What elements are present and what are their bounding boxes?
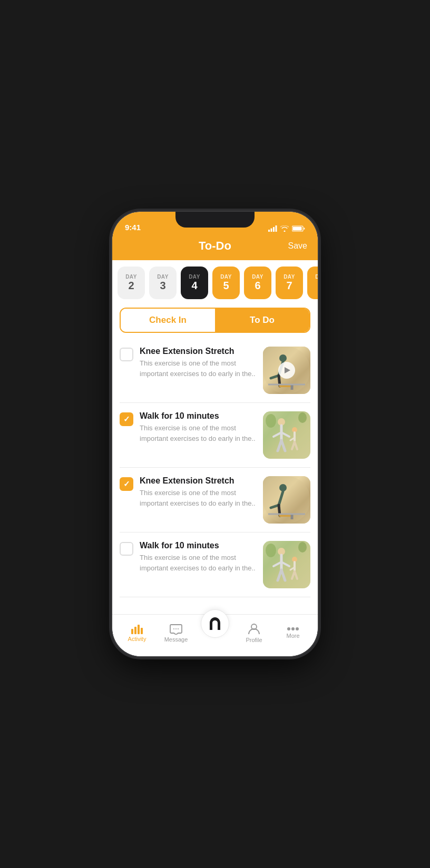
checkbox-wrap-3[interactable]: ✓ [120, 477, 133, 491]
thumb-image-2 [263, 411, 310, 459]
checkbox-3[interactable]: ✓ [120, 477, 133, 491]
svg-point-54 [173, 628, 174, 629]
checkbox-1[interactable] [120, 348, 133, 361]
home-logo-icon [208, 616, 222, 631]
exercise-item-3: ✓ Knee Extension Stretch This exercise i… [120, 468, 310, 532]
phone-screen: 9:41 [112, 212, 318, 656]
day-item-5[interactable]: DAY 5 [212, 267, 240, 299]
battery-icon [292, 225, 305, 232]
checkbox-4[interactable] [120, 542, 133, 556]
exercise-title-3: Knee Extension Stretch [140, 476, 257, 486]
exercise-thumb-3[interactable] [263, 476, 310, 524]
page-title: To-Do [144, 239, 286, 253]
bottom-nav: Activity Message [112, 614, 318, 656]
day-item-6[interactable]: DAY 6 [244, 267, 271, 299]
svg-point-26 [266, 414, 276, 428]
svg-rect-53 [141, 628, 143, 634]
svg-point-56 [178, 628, 179, 629]
nav-profile-label: Profile [246, 637, 262, 643]
nav-more-label: More [286, 633, 299, 639]
svg-rect-0 [268, 230, 270, 232]
svg-rect-52 [138, 625, 140, 634]
nav-activity-label: Activity [128, 636, 146, 642]
day-item-8[interactable]: DAY 8 [307, 267, 318, 299]
svg-point-58 [287, 627, 290, 630]
tab-todo[interactable]: To Do [215, 309, 309, 332]
checkbox-wrap-1[interactable] [120, 348, 133, 361]
phone-frame: 9:41 [112, 212, 318, 656]
day-item-7[interactable]: DAY 7 [276, 267, 303, 299]
svg-point-48 [266, 544, 276, 557]
exercise-info-3: Knee Extension Stretch This exercise is … [140, 476, 257, 508]
wifi-icon [280, 225, 289, 232]
svg-point-59 [291, 627, 295, 630]
day-selector: DAY 2 DAY 3 DAY 4 DAY 5 DAY 6 DAY 7 [112, 260, 318, 305]
checkmark-3: ✓ [123, 479, 130, 489]
exercise-thumb-4[interactable] [263, 541, 310, 588]
day-item-3[interactable]: DAY 3 [149, 267, 177, 299]
thumb-image-3 [263, 476, 310, 524]
svg-rect-51 [134, 627, 136, 634]
checkbox-2[interactable]: ✓ [120, 412, 133, 426]
save-button[interactable]: Save [286, 241, 307, 251]
tab-checkin[interactable]: Check In [121, 309, 215, 332]
svg-rect-1 [271, 229, 272, 232]
svg-rect-3 [276, 225, 277, 232]
svg-point-49 [298, 542, 307, 553]
exercise-desc-1: This exercise is one of the most importa… [140, 358, 257, 379]
nav-message[interactable]: Message [160, 623, 192, 643]
exercise-item-2: ✓ Walk for 10 minutes This exercise is o… [120, 403, 310, 468]
checkbox-wrap-2[interactable]: ✓ [120, 412, 133, 426]
checkbox-wrap-4[interactable] [120, 542, 133, 556]
header: To-Do Save [112, 235, 318, 260]
toggle-tabs: Check In To Do [120, 308, 310, 333]
exercise-desc-3: This exercise is one of the most importa… [140, 488, 257, 508]
nav-home-circle [201, 609, 229, 638]
notch [175, 212, 255, 228]
nav-message-label: Message [164, 636, 188, 643]
nav-more[interactable]: More [277, 627, 309, 639]
svg-point-55 [175, 628, 177, 629]
svg-rect-5 [293, 227, 302, 231]
nav-profile[interactable]: Profile [238, 623, 270, 643]
exercise-list: Knee Extension Stretch This exercise is … [112, 338, 318, 614]
svg-rect-2 [273, 227, 275, 232]
nav-activity[interactable]: Activity [121, 624, 153, 642]
day-item-2[interactable]: DAY 2 [118, 267, 145, 299]
message-icon [170, 623, 182, 635]
profile-icon [248, 623, 260, 635]
exercise-desc-4: This exercise is one of the most importa… [140, 553, 257, 573]
exercise-item-1: Knee Extension Stretch This exercise is … [120, 338, 310, 403]
nav-home[interactable] [199, 609, 231, 640]
more-icon [287, 627, 299, 631]
signal-icon [268, 225, 277, 232]
activity-icon [131, 624, 143, 634]
exercise-title-1: Knee Extension Stretch [140, 347, 257, 356]
status-time: 9:41 [125, 223, 141, 232]
exercise-item-4: Walk for 10 minutes This exercise is one… [120, 532, 310, 597]
status-icons [268, 225, 305, 232]
exercise-info-1: Knee Extension Stretch This exercise is … [140, 347, 257, 379]
svg-point-60 [296, 627, 299, 630]
exercise-title-2: Walk for 10 minutes [140, 411, 257, 421]
exercise-thumb-1[interactable] [263, 347, 310, 394]
checkmark-2: ✓ [123, 415, 130, 424]
exercise-info-4: Walk for 10 minutes This exercise is one… [140, 541, 257, 573]
exercise-thumb-2[interactable] [263, 411, 310, 459]
play-icon-1 [285, 367, 290, 373]
thumb-image-4 [263, 541, 310, 588]
svg-rect-50 [131, 629, 133, 634]
exercise-desc-2: This exercise is one of the most importa… [140, 423, 257, 443]
exercise-title-4: Walk for 10 minutes [140, 541, 257, 550]
exercise-info-2: Walk for 10 minutes This exercise is one… [140, 411, 257, 443]
svg-point-27 [298, 412, 307, 423]
day-item-4[interactable]: DAY 4 [181, 267, 208, 299]
play-button-1[interactable] [278, 362, 295, 379]
